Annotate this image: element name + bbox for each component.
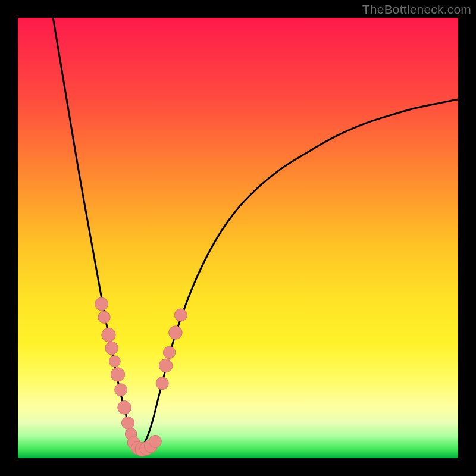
data-dot [163, 346, 175, 358]
plot-area [18, 18, 458, 458]
data-dot [174, 309, 187, 321]
curve-left-curve [53, 18, 141, 449]
data-dot [118, 401, 131, 415]
data-dot [95, 298, 108, 311]
chart-frame: TheBottleneck.com [0, 0, 476, 476]
curve-layer [53, 18, 458, 449]
curve-right-curve [141, 99, 458, 449]
data-dot [105, 342, 118, 355]
data-dot [159, 359, 173, 372]
data-dot [115, 384, 127, 396]
data-dot [169, 326, 183, 340]
data-dot [121, 416, 134, 429]
chart-svg [18, 18, 458, 458]
data-dot [111, 368, 124, 381]
data-dot [156, 377, 168, 390]
data-dot [102, 328, 115, 342]
data-dot [98, 311, 110, 323]
data-dot [149, 435, 161, 447]
data-dot [109, 356, 120, 367]
watermark-text: TheBottleneck.com [362, 2, 471, 17]
scatter-layer [95, 298, 187, 456]
